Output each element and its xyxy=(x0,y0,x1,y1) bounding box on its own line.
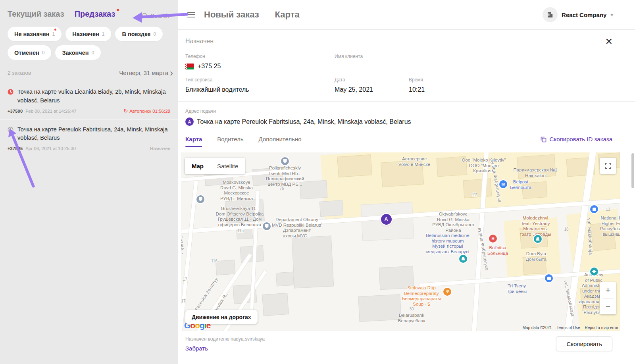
company-name: React Company xyxy=(562,12,606,18)
autosearch-status: ↻ Автопоиск 01:56:28 xyxy=(123,109,170,114)
map-label: 13 xyxy=(606,207,610,212)
orders-count: 2 заказов xyxy=(8,70,31,76)
autosearch-icon: ↻ xyxy=(123,109,128,113)
filter-chip-unassigned[interactable]: Не назначен 1 xyxy=(8,27,62,41)
map-label: PoligraficheskiyTsentr Mvd Rb...Полиграф… xyxy=(266,166,304,187)
order-status-heading: Назначен xyxy=(185,38,214,45)
chevron-down-icon: ▾ xyxy=(610,12,613,18)
transit-icon[interactable] xyxy=(590,205,598,213)
map-label: Belarussian medicinehistory museumМузей … xyxy=(426,233,469,254)
map-label: Dom BytaДом быта xyxy=(526,251,546,262)
copy-icon xyxy=(540,136,546,143)
map-label: 18 xyxy=(564,227,568,232)
police-icon[interactable] xyxy=(281,157,289,165)
services-icon[interactable] xyxy=(534,235,542,243)
police-icon[interactable] xyxy=(196,195,204,203)
nav-new-order[interactable]: Новый заказ xyxy=(204,10,259,20)
transit-icon[interactable] xyxy=(545,274,553,282)
phone-field[interactable]: Телефон +375 25 xyxy=(185,54,335,70)
service-type-field[interactable]: Тип сервиса Ближайший водитель xyxy=(185,77,335,93)
pickup-a-icon: A xyxy=(185,117,194,126)
order-title: Точка на карте Pereulok Fabritsiusa, 24a… xyxy=(8,125,170,143)
page-scrollbar[interactable] xyxy=(631,153,634,188)
client-name-field[interactable]: Имя клиента xyxy=(335,54,484,70)
date-selector[interactable]: Четверг, 31 марта › xyxy=(119,69,173,76)
map-label: 30 xyxy=(409,307,414,312)
order-title: Точка на карте vulica Lieanida Biady, 2b… xyxy=(8,88,170,105)
map-label: 17 xyxy=(181,299,185,304)
pickup-action-link[interactable]: Забрать xyxy=(185,345,265,352)
zoom-control: + − xyxy=(600,282,616,314)
map-label: 17 xyxy=(183,277,187,282)
map-label: National InHigher EdРэспублікавышэйш xyxy=(600,216,620,237)
belarus-flag-icon xyxy=(185,64,194,69)
order-card[interactable]: Точка на карте vulica Lieanida Biady, 2b… xyxy=(0,82,178,119)
map-type-map-button[interactable]: Map xyxy=(185,158,210,174)
fullscreen-button[interactable] xyxy=(600,158,616,174)
police-icon[interactable] xyxy=(263,222,271,230)
order-card[interactable]: Точка на карте Pereulok Fabritsiusa, 24a… xyxy=(0,119,178,158)
tab-map[interactable]: Карта xyxy=(185,136,202,147)
map-label: Oktyabr'skoyeRuvd G. MinskaРУВД Октябрьс… xyxy=(432,212,474,233)
map-label: 76 xyxy=(279,186,284,191)
school-icon[interactable] xyxy=(590,268,598,275)
close-icon[interactable]: × xyxy=(605,37,612,46)
filter-chip-assigned[interactable]: Назначен 1 xyxy=(65,27,111,41)
nav-map[interactable]: Карта xyxy=(275,10,300,20)
search-label: Search xyxy=(150,12,169,19)
map-type-satellite-button[interactable]: Satellite xyxy=(210,158,245,174)
tab-driver[interactable]: Водитель xyxy=(217,136,243,143)
map-label: Bol'nitsaБольница xyxy=(487,245,508,256)
copy-button[interactable]: Скопировать xyxy=(556,336,612,351)
time-field[interactable]: Время 10:21 xyxy=(409,77,558,93)
terms-of-use-link[interactable]: Terms of Use xyxy=(557,325,580,330)
order-phone: +37505 xyxy=(8,146,23,151)
company-menu[interactable]: React Company ▾ xyxy=(543,7,613,22)
report-map-error-link[interactable]: Report a map error xyxy=(585,325,618,330)
hospital-icon[interactable]: H xyxy=(489,235,497,243)
map-label: 11a xyxy=(237,229,244,233)
tab-additional[interactable]: Дополнительно xyxy=(259,136,302,143)
pickup-address-field[interactable]: Адрес подачи A Точка на карте Pereulok F… xyxy=(178,102,635,126)
building-icon xyxy=(546,11,554,18)
map-label: BelarusbankБеларусбанк xyxy=(398,313,425,324)
map-label: Tri TsenyТри цены xyxy=(507,283,527,294)
chevron-right-icon[interactable]: › xyxy=(170,70,173,76)
map-label: Ooo "Moloko Krieytiv"ООО "МолокоКриэйтив… xyxy=(462,158,506,174)
map-data-copyright: Map data ©2021 xyxy=(523,325,552,330)
filter-chip-in-trip[interactable]: В поездке 0 xyxy=(115,27,163,41)
shopping-icon[interactable] xyxy=(459,255,467,263)
map-label: 22 xyxy=(472,193,477,197)
order-form: Телефон +375 25 Имя клиента Тип сервиса … xyxy=(178,53,635,102)
zoom-in-button[interactable]: + xyxy=(600,282,616,298)
order-list: Точка на карте vulica Lieanida Biady, 2b… xyxy=(0,82,178,157)
company-avatar xyxy=(543,7,558,22)
date-field[interactable]: Дата May 25, 2021 xyxy=(335,77,409,93)
map-label: Departament OhranyMVD Respubliki Belarus… xyxy=(272,217,322,239)
assigned-driver-label: Назначен водителю nadya.svirskaya xyxy=(185,336,265,342)
notification-dot xyxy=(54,29,56,31)
map-label: Парикмахерская №1Hair salon xyxy=(514,168,558,178)
search-control[interactable]: Search xyxy=(142,12,169,19)
map-label: Grushevskaya 11 -Dom Ofitserov BelpolkaГ… xyxy=(216,206,264,227)
notification-dot xyxy=(117,9,119,11)
post-office-icon[interactable]: ✉ xyxy=(499,180,507,188)
hamburger-menu-icon[interactable] xyxy=(187,12,195,17)
restaurant-icon[interactable]: Ψ xyxy=(443,288,451,296)
map-label: MolodezhnyiTeatr YestradyМоладзевытэатр … xyxy=(520,216,551,237)
detail-tabs: Карта Водитель Дополнительно Скопировать… xyxy=(178,126,635,147)
fullscreen-icon xyxy=(605,163,611,169)
zoom-out-button[interactable]: − xyxy=(600,299,616,314)
map-type-control: Map Satellite xyxy=(185,158,245,174)
filter-chip-cancelled[interactable]: Отменен 0 xyxy=(8,45,51,60)
order-status: Назначен xyxy=(150,146,170,151)
map-label: АвтосервисVolvo в Минске xyxy=(398,156,430,167)
filter-chip-finished[interactable]: Закончен 0 xyxy=(55,45,101,60)
map-canvas[interactable]: Map Satellite + − Движение на дорогах Go… xyxy=(181,152,620,331)
pickup-marker-a[interactable]: A xyxy=(381,214,392,225)
clock-icon xyxy=(8,89,13,95)
tab-current-order[interactable]: Текущий заказ xyxy=(8,10,64,19)
traffic-toggle-button[interactable]: Движение на дорогах xyxy=(185,310,258,324)
tab-preorder[interactable]: Предзаказ xyxy=(75,10,115,19)
copy-order-id-button[interactable]: Скопировать ID заказа xyxy=(540,136,612,143)
